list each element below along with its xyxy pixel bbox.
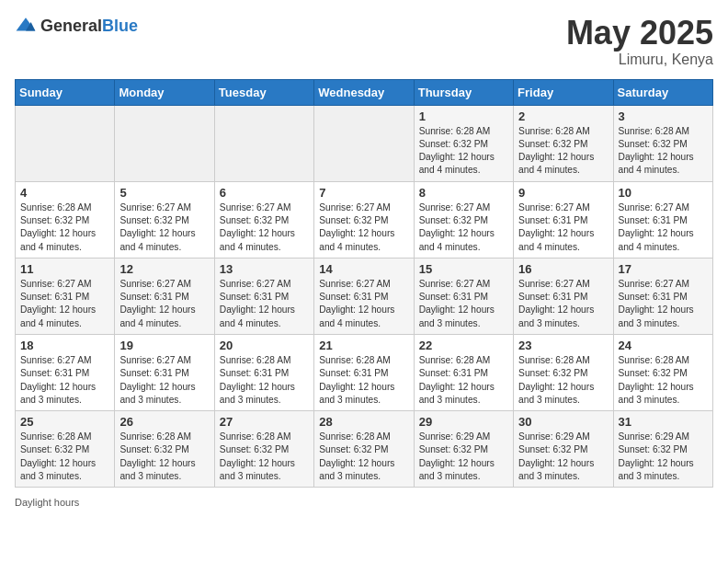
calendar-week-row: 25Sunrise: 6:28 AM Sunset: 6:32 PM Dayli…	[16, 411, 713, 488]
day-number: 7	[319, 186, 408, 200]
calendar-cell: 21Sunrise: 6:28 AM Sunset: 6:31 PM Dayli…	[314, 334, 414, 410]
calendar-cell: 6Sunrise: 6:27 AM Sunset: 6:32 PM Daylig…	[214, 181, 313, 258]
calendar-cell	[214, 105, 313, 181]
calendar-cell: 24Sunrise: 6:28 AM Sunset: 6:32 PM Dayli…	[613, 334, 712, 410]
day-number: 8	[419, 186, 508, 200]
col-header-sunday: Sunday	[16, 79, 115, 105]
day-number: 14	[319, 262, 408, 276]
calendar-week-row: 4Sunrise: 6:28 AM Sunset: 6:32 PM Daylig…	[16, 181, 713, 258]
calendar-cell: 7Sunrise: 6:27 AM Sunset: 6:32 PM Daylig…	[314, 181, 414, 258]
day-number: 13	[220, 262, 309, 276]
day-info: Sunrise: 6:28 AM Sunset: 6:32 PM Dayligh…	[220, 431, 309, 483]
logo-blue-text: Blue	[102, 17, 138, 35]
calendar-cell: 30Sunrise: 6:29 AM Sunset: 6:32 PM Dayli…	[514, 411, 613, 488]
calendar-cell: 14Sunrise: 6:27 AM Sunset: 6:31 PM Dayli…	[314, 258, 414, 334]
calendar-cell: 10Sunrise: 6:27 AM Sunset: 6:31 PM Dayli…	[613, 181, 712, 258]
calendar-cell: 22Sunrise: 6:28 AM Sunset: 6:31 PM Dayli…	[414, 334, 513, 410]
calendar-cell	[314, 105, 414, 181]
day-number: 20	[220, 339, 309, 352]
col-header-thursday: Thursday	[414, 79, 513, 105]
logo-general-text: General	[40, 17, 102, 35]
calendar-cell: 1Sunrise: 6:28 AM Sunset: 6:32 PM Daylig…	[414, 105, 513, 181]
day-info: Sunrise: 6:28 AM Sunset: 6:32 PM Dayligh…	[518, 354, 608, 407]
calendar-cell: 20Sunrise: 6:28 AM Sunset: 6:31 PM Dayli…	[214, 334, 313, 410]
day-number: 17	[619, 262, 708, 276]
day-info: Sunrise: 6:28 AM Sunset: 6:31 PM Dayligh…	[220, 354, 309, 407]
day-info: Sunrise: 6:27 AM Sunset: 6:31 PM Dayligh…	[119, 354, 209, 407]
day-info: Sunrise: 6:28 AM Sunset: 6:31 PM Dayligh…	[319, 354, 408, 407]
day-info: Sunrise: 6:27 AM Sunset: 6:31 PM Dayligh…	[419, 278, 508, 330]
day-info: Sunrise: 6:28 AM Sunset: 6:31 PM Dayligh…	[419, 354, 508, 407]
day-info: Sunrise: 6:27 AM Sunset: 6:31 PM Dayligh…	[20, 278, 109, 330]
day-info: Sunrise: 6:28 AM Sunset: 6:32 PM Dayligh…	[419, 125, 508, 178]
calendar-cell: 9Sunrise: 6:27 AM Sunset: 6:31 PM Daylig…	[514, 181, 613, 258]
day-info: Sunrise: 6:29 AM Sunset: 6:32 PM Dayligh…	[619, 431, 708, 483]
calendar-cell: 17Sunrise: 6:27 AM Sunset: 6:31 PM Dayli…	[613, 258, 712, 334]
calendar-cell: 31Sunrise: 6:29 AM Sunset: 6:32 PM Dayli…	[613, 411, 712, 488]
day-number: 4	[20, 186, 109, 200]
day-number: 22	[419, 339, 508, 352]
calendar-table: SundayMondayTuesdayWednesdayThursdayFrid…	[15, 79, 713, 488]
calendar-cell: 28Sunrise: 6:28 AM Sunset: 6:32 PM Dayli…	[314, 411, 414, 488]
day-number: 28	[319, 415, 408, 429]
calendar-cell: 11Sunrise: 6:27 AM Sunset: 6:31 PM Dayli…	[16, 258, 115, 334]
day-info: Sunrise: 6:27 AM Sunset: 6:31 PM Dayligh…	[518, 278, 608, 330]
day-number: 2	[518, 109, 608, 123]
day-info: Sunrise: 6:27 AM Sunset: 6:32 PM Dayligh…	[319, 201, 408, 254]
location-text: Limuru, Kenya	[566, 52, 713, 68]
day-number: 5	[119, 186, 209, 200]
calendar-cell	[115, 105, 214, 181]
day-info: Sunrise: 6:29 AM Sunset: 6:32 PM Dayligh…	[518, 431, 608, 483]
page-header: GeneralBlue May 2025 Limuru, Kenya	[15, 15, 713, 68]
day-number: 30	[518, 415, 608, 429]
logo: GeneralBlue	[15, 15, 138, 37]
day-number: 9	[518, 186, 608, 200]
calendar-cell: 25Sunrise: 6:28 AM Sunset: 6:32 PM Dayli…	[16, 411, 115, 488]
title-block: May 2025 Limuru, Kenya	[566, 15, 713, 68]
day-number: 1	[419, 109, 508, 123]
calendar-cell: 26Sunrise: 6:28 AM Sunset: 6:32 PM Dayli…	[115, 411, 214, 488]
col-header-tuesday: Tuesday	[214, 79, 313, 105]
col-header-friday: Friday	[514, 79, 613, 105]
calendar-cell: 16Sunrise: 6:27 AM Sunset: 6:31 PM Dayli…	[514, 258, 613, 334]
calendar-cell: 27Sunrise: 6:28 AM Sunset: 6:32 PM Dayli…	[214, 411, 313, 488]
day-info: Sunrise: 6:27 AM Sunset: 6:31 PM Dayligh…	[619, 201, 708, 254]
calendar-header-row: SundayMondayTuesdayWednesdayThursdayFrid…	[16, 79, 713, 105]
calendar-cell: 3Sunrise: 6:28 AM Sunset: 6:32 PM Daylig…	[613, 105, 712, 181]
day-number: 16	[518, 262, 608, 276]
day-number: 23	[518, 339, 608, 352]
day-info: Sunrise: 6:27 AM Sunset: 6:32 PM Dayligh…	[419, 201, 508, 254]
calendar-week-row: 11Sunrise: 6:27 AM Sunset: 6:31 PM Dayli…	[16, 258, 713, 334]
footer: Daylight hours	[15, 497, 713, 508]
day-info: Sunrise: 6:27 AM Sunset: 6:31 PM Dayligh…	[619, 278, 708, 330]
day-number: 24	[619, 339, 708, 352]
calendar-week-row: 18Sunrise: 6:27 AM Sunset: 6:31 PM Dayli…	[16, 334, 713, 410]
day-info: Sunrise: 6:27 AM Sunset: 6:31 PM Dayligh…	[319, 278, 408, 330]
day-number: 11	[20, 262, 109, 276]
day-info: Sunrise: 6:27 AM Sunset: 6:31 PM Dayligh…	[220, 278, 309, 330]
day-number: 25	[20, 415, 109, 429]
daylight-label: Daylight hours	[15, 497, 79, 508]
col-header-monday: Monday	[115, 79, 214, 105]
calendar-cell: 18Sunrise: 6:27 AM Sunset: 6:31 PM Dayli…	[16, 334, 115, 410]
day-info: Sunrise: 6:27 AM Sunset: 6:31 PM Dayligh…	[20, 354, 109, 407]
calendar-cell	[16, 105, 115, 181]
day-number: 3	[619, 109, 708, 123]
calendar-cell: 5Sunrise: 6:27 AM Sunset: 6:32 PM Daylig…	[115, 181, 214, 258]
day-info: Sunrise: 6:28 AM Sunset: 6:32 PM Dayligh…	[119, 431, 209, 483]
day-info: Sunrise: 6:28 AM Sunset: 6:32 PM Dayligh…	[619, 354, 708, 407]
day-info: Sunrise: 6:27 AM Sunset: 6:31 PM Dayligh…	[119, 278, 209, 330]
logo-icon	[15, 15, 37, 37]
day-info: Sunrise: 6:27 AM Sunset: 6:32 PM Dayligh…	[220, 201, 309, 254]
calendar-week-row: 1Sunrise: 6:28 AM Sunset: 6:32 PM Daylig…	[16, 105, 713, 181]
calendar-cell: 4Sunrise: 6:28 AM Sunset: 6:32 PM Daylig…	[16, 181, 115, 258]
col-header-wednesday: Wednesday	[314, 79, 414, 105]
day-info: Sunrise: 6:28 AM Sunset: 6:32 PM Dayligh…	[20, 431, 109, 483]
day-info: Sunrise: 6:27 AM Sunset: 6:31 PM Dayligh…	[518, 201, 608, 254]
day-info: Sunrise: 6:28 AM Sunset: 6:32 PM Dayligh…	[518, 125, 608, 178]
calendar-cell: 15Sunrise: 6:27 AM Sunset: 6:31 PM Dayli…	[414, 258, 513, 334]
day-number: 31	[619, 415, 708, 429]
calendar-cell: 19Sunrise: 6:27 AM Sunset: 6:31 PM Dayli…	[115, 334, 214, 410]
calendar-cell: 13Sunrise: 6:27 AM Sunset: 6:31 PM Dayli…	[214, 258, 313, 334]
month-title: May 2025	[566, 15, 713, 52]
